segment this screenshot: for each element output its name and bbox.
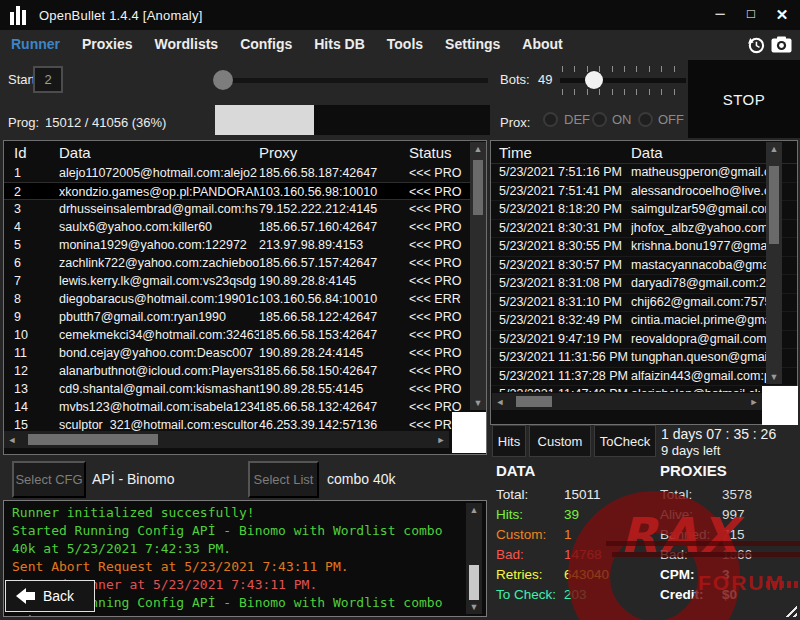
table-row[interactable]: 13cd9.shantal@gmail.com:kismashant190.89… [4,380,486,398]
table-row[interactable]: 1alejo11072005@hotmail.com:alejo2185.66.… [4,164,486,182]
tab-proxies[interactable]: Proxies [71,36,144,52]
table-row[interactable]: 5/23/2021 11:37:28 PMalfaizin443@gmail.c… [491,368,797,387]
table-row[interactable]: 8diegobaracus@hotmail.com:19901c103.160.… [4,290,486,308]
table-cell: 190.89.28.55:4145 [259,380,409,398]
table-row[interactable]: 15sculptor_321@hotmail.com:escultor46.25… [4,416,486,432]
prox-option-def: DEF [564,112,590,127]
select-cfg-button[interactable]: Select CFG [12,461,86,498]
col-data[interactable]: Data [59,144,259,164]
col-proxy[interactable]: Proxy [259,144,409,164]
start-input[interactable]: 2 [33,66,63,93]
hits-vertical-scrollbar[interactable]: ▲ ▼ [766,142,782,384]
scroll-left-icon[interactable]: ◄ [4,433,20,447]
scroll-down-icon[interactable]: ▼ [466,600,482,614]
scroll-down-icon[interactable]: ▼ [470,396,486,410]
tab-runner[interactable]: Runner [0,36,71,52]
table-row[interactable]: 5/23/2021 11:47:40 PMalerighelen@hotmail… [491,386,797,392]
stop-button[interactable]: STOP [688,60,800,138]
hits-button[interactable]: Hits [492,425,526,457]
openbullet-window: OpenBullet 1.4.4 [Anomaly] ─ □ ✕ Runner … [0,0,800,620]
scroll-right-icon[interactable]: ► [746,395,762,409]
bots-horizontal-scrollbar[interactable]: ◄ ► [4,431,449,448]
scroll-down-icon[interactable]: ▼ [766,370,782,384]
table-row[interactable]: 3drhusseinsalembrad@gmail.com:hs79.152.2… [4,200,486,218]
tocheck-button[interactable]: ToCheck [594,425,656,457]
prox-radio-def[interactable] [543,112,558,127]
tab-wordlists[interactable]: Wordlists [144,36,230,52]
hits-horizontal-scrollbar[interactable]: ◄ ► [492,393,762,410]
table-row[interactable]: 5/23/2021 8:30:57 PMmastacyannacoba@gmai [491,257,797,276]
bots-slider-thumb[interactable] [585,71,603,89]
scrollbar-thumb[interactable] [469,565,479,600]
back-button-label: Back [43,588,74,604]
select-list-button[interactable]: Select List [248,461,319,498]
table-cell: 12 [14,362,59,380]
table-cell: 103.160.56.98:10010 [259,183,409,199]
maximize-icon[interactable]: □ [743,6,759,24]
scroll-up-icon[interactable]: ▲ [470,142,486,156]
tab-settings[interactable]: Settings [434,36,511,52]
tab-configs[interactable]: Configs [229,36,303,52]
start-slider-track[interactable] [218,78,488,83]
table-row[interactable]: 5/23/2021 9:47:19 PMreovaldopra@gmail.co… [491,331,797,350]
stat-row: Custom:1 [496,525,646,545]
data-stats-rows: Total:15011Hits:39Custom:1Bad:14768Retri… [496,485,646,605]
table-row[interactable]: 5/23/2021 8:31:08 PMdaryadi78@gmail.com:… [491,275,797,294]
table-row[interactable]: 2xkondzio.games@op.pl:PANDORAM103.160.56… [4,182,486,200]
table-cell: 5/23/2021 11:31:56 PM [499,349,631,367]
table-row[interactable]: 5/23/2021 8:30:31 PMjhofox_albz@yahoo.co… [491,220,797,239]
table-row[interactable]: 4saulx6@yahoo.com:killer60185.66.57.160:… [4,218,486,236]
scrollbar-thumb[interactable] [516,396,552,407]
custom-button[interactable]: Custom [529,425,591,457]
bots-vertical-scrollbar[interactable]: ▲ ▼ [470,142,486,410]
tab-tools[interactable]: Tools [376,36,434,52]
close-icon[interactable]: ✕ [774,6,790,24]
table-row[interactable]: 5/23/2021 8:30:55 PMkrishna.bonu1977@gma… [491,238,797,257]
table-row[interactable]: 7lewis.kerry.lk@gmail.com:vs23qsdg190.89… [4,272,486,290]
scroll-up-icon[interactable]: ▲ [466,503,482,517]
history-icon[interactable] [746,35,765,54]
table-row[interactable]: 5/23/2021 8:31:10 PMchij662@gmail.com:75… [491,294,797,313]
bots-table-header: Id Data Proxy Status [4,141,486,164]
table-cell: 5 [14,236,59,254]
scrollbar-thumb[interactable] [28,434,158,445]
table-cell: xkondzio.games@op.pl:PANDORAM [59,183,259,199]
scrollbar-thumb[interactable] [473,160,483,215]
start-slider-thumb[interactable] [213,70,233,90]
col-time[interactable]: Time [499,144,631,163]
scroll-up-icon[interactable]: ▲ [766,142,782,156]
table-row[interactable]: 14mvbs123@hotmail.com:isabela1234185.66.… [4,398,486,416]
table-row[interactable]: 12alanarbuthnot@icloud.com:Players3185.6… [4,362,486,380]
back-button[interactable]: Back [5,580,95,612]
table-row[interactable]: 5/23/2021 11:31:56 PMtungphan.queson@gma… [491,349,797,368]
col-id[interactable]: Id [14,144,59,164]
table-row[interactable]: 11bond.cejay@yahoo.com:Deasc007190.89.28… [4,344,486,362]
stat-row: CPM:3 [660,565,800,585]
prox-radio-off[interactable] [638,112,653,127]
log-scrollbar[interactable]: ▲ ▼ [466,503,482,614]
table-row[interactable]: 6zachlink722@yahoo.com:zachieboo185.66.5… [4,254,486,272]
table-cell: 5/23/2021 8:30:55 PM [499,238,631,256]
tab-about[interactable]: About [511,36,573,52]
prox-radio-on[interactable] [592,112,607,127]
camera-icon[interactable] [771,36,792,53]
scrollbar-thumb[interactable] [769,166,779,244]
bots-slider-track[interactable] [560,78,686,83]
stat-row: Retries:643040 [496,565,646,585]
table-row[interactable]: 5/23/2021 8:32:49 PMcintia.maciel.prime@… [491,312,797,331]
table-row[interactable]: 5/23/2021 7:51:41 PMalessandrocoelho@liv… [491,183,797,202]
scroll-right-icon[interactable]: ► [433,433,449,447]
progress-bar [215,105,490,135]
table-row[interactable]: 5/23/2021 8:18:20 PMsaimgulzar59@gmail.c… [491,201,797,220]
table-row[interactable]: 10cemekmekci34@hotmail.com:32463185.66.5… [4,326,486,344]
scroll-left-icon[interactable]: ◄ [492,395,508,409]
table-row[interactable]: 5/23/2021 7:51:16 PMmatheusgperon@gmail.… [491,164,797,183]
minimize-icon[interactable]: ─ [712,6,728,24]
tab-hitsdb[interactable]: Hits DB [303,36,376,52]
table-cell: 11 [14,344,59,362]
table-cell: 8 [14,290,59,308]
stat-row: Bad:14768 [496,545,646,565]
table-row[interactable]: 5monina1929@yahoo.com:122972213.97.98.89… [4,236,486,254]
white-overlay-box [452,412,486,453]
table-row[interactable]: 9pbutth7@gmail.com:ryan1990185.66.58.122… [4,308,486,326]
